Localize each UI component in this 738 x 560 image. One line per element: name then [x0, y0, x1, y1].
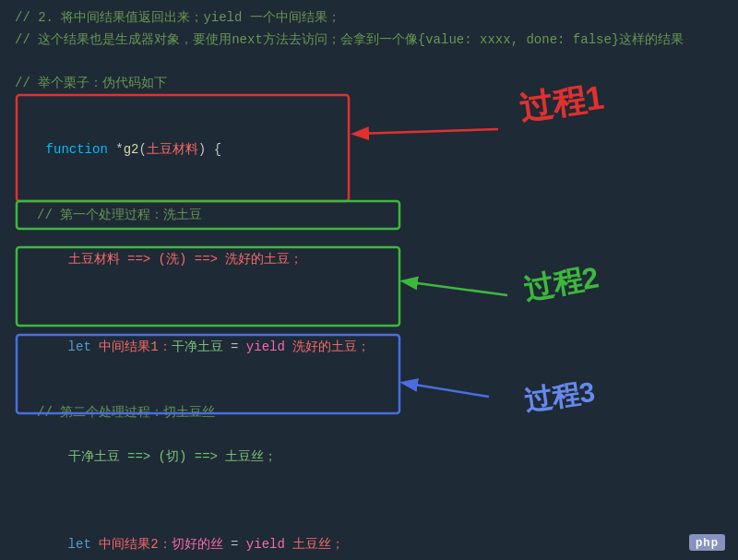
fn-paren-close: ) {	[198, 142, 221, 157]
let-mid2-line: let 中间结果2：切好的丝 = yield 土豆丝；	[15, 512, 723, 560]
mid2-label: 中间结果2：	[99, 537, 171, 552]
mid1-var: 干净土豆	[172, 340, 223, 354]
fn-keyword: function	[46, 142, 108, 157]
line-wash: 土豆材料 ==> (洗) ==> 洗好的土豆；	[15, 227, 723, 292]
blank-line-2	[15, 95, 723, 117]
mid2-var: 切好的丝	[172, 537, 223, 552]
blank-line-6	[15, 491, 723, 513]
code-area: // 2. 将中间结果值返回出来；yield 一个中间结果； // 这个结果也是…	[0, 0, 738, 560]
fn-decl-line: function *g2(土豆材料) {	[15, 117, 723, 183]
yield-kw-1: yield	[246, 340, 292, 354]
cut-text: 干净土豆 ==> (切) ==> 土豆丝；	[68, 449, 278, 464]
fn-star: *	[108, 142, 124, 157]
yield-val-1: 洗好的土豆；	[292, 340, 370, 354]
comment-cut: // 第二个处理过程：切土豆丝	[15, 402, 723, 424]
comment-line-2: // 这个结果也是生成器对象，要使用next方法去访问；会拿到一个像{value…	[15, 30, 723, 52]
yield-val-2: 土豆丝；	[292, 537, 344, 552]
fn-param: 土豆材料	[147, 142, 198, 157]
let-mid1-line: let 中间结果1：干净土豆 = yield 洗好的土豆；	[15, 315, 723, 380]
mid1-label: 中间结果1：	[99, 340, 171, 354]
blank-line-3	[15, 183, 723, 205]
comment-line-4: // 举个栗子：伪代码如下	[15, 73, 723, 95]
comment-line-1: // 2. 将中间结果值返回出来；yield 一个中间结果；	[15, 7, 723, 30]
blank-line-4	[15, 292, 723, 315]
wash-text: 土豆材料 ==> (洗) ==> 洗好的土豆；	[68, 252, 304, 267]
blank-line-5	[15, 381, 723, 403]
yield-kw-2: yield	[246, 537, 292, 552]
php-badge: php	[689, 534, 725, 551]
line-cut: 干净土豆 ==> (切) ==> 土豆丝；	[15, 424, 723, 490]
comment-wash: // 第一个处理过程：洗土豆	[15, 205, 723, 227]
let-kw-1: let	[68, 340, 100, 354]
fn-name: g2	[124, 142, 139, 157]
blank-line-1	[15, 52, 723, 74]
let-kw-2: let	[68, 537, 100, 552]
eq-1: =	[223, 340, 246, 354]
eq-2: =	[223, 537, 246, 552]
fn-paren-open: (	[138, 142, 146, 157]
